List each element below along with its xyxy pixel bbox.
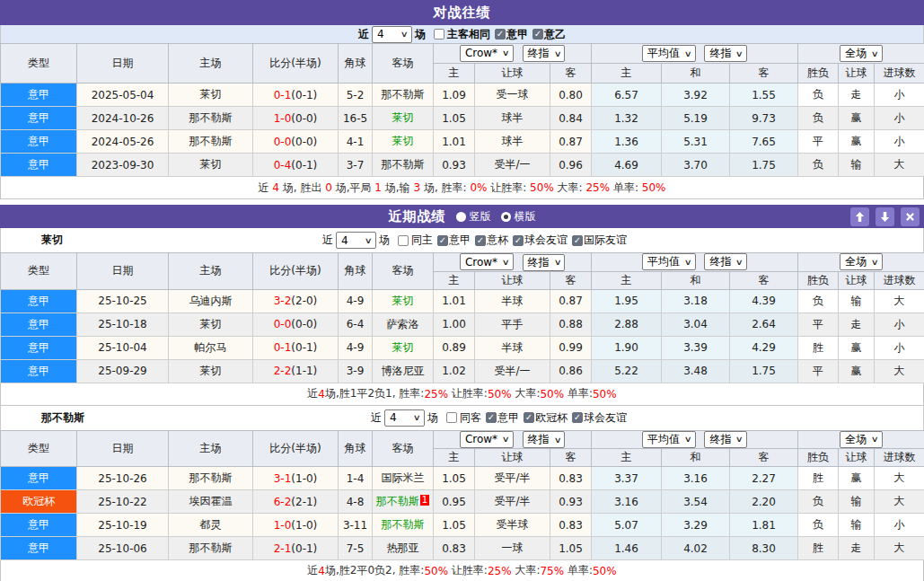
move-down-button[interactable] [876,207,894,226]
score: 0-1(0-1) [253,336,339,359]
same-away-checkbox[interactable]: 同客 [446,410,481,426]
odds-source-select[interactable]: Crow*∨ [460,45,514,62]
home-team: 那不勒斯 [169,107,253,130]
avg-draw: 3.48 [662,359,730,383]
avg-source-select[interactable]: 平均值∨ [642,253,696,270]
result-winloss: 胜 [798,467,839,490]
odds-group-header: Crow*∨ 终指∨ [434,44,592,64]
checkbox-checked-icon: ✓ [532,29,543,40]
result-group-header: 全场∨ [798,430,924,449]
avg-draw: 3.04 [662,313,730,336]
league-badge: 意甲 [1,107,77,130]
checkbox-label: 主客相同 [447,27,490,42]
avg-stage-select[interactable]: 终指∨ [704,431,747,448]
corner-score: 7-5 [339,537,373,560]
odds-source-select[interactable]: Crow*∨ [460,431,514,448]
avg-stage-select[interactable]: 终指∨ [704,253,747,270]
scope-select[interactable]: 全场∨ [840,431,883,448]
away-team: 莱切 [373,130,434,154]
avg-home: 5.22 [592,359,662,383]
summary-segment: 4 [272,181,279,194]
col-odds-home: 主 [434,271,475,289]
summary-segment: 近 [307,386,318,401]
league-checkbox-coppa-italia[interactable]: ✓意杯 [475,233,508,248]
odds-source-value: Crow* [465,256,497,268]
result-goals: 大 [875,490,924,514]
league-checkbox-club-friendly[interactable]: ✓球会友谊 [572,410,627,426]
result-goals: 大 [875,359,924,383]
odds-stage-select[interactable]: 终指∨ [523,45,566,62]
col-odds-away: 客 [550,64,592,84]
match-row: 意甲2024-10-26那不勒斯1-0(0-0)16-5莱切1.05球半0.84… [1,107,924,130]
avg-source-select[interactable]: 平均值∨ [642,45,696,62]
avg-source-select[interactable]: 平均值∨ [642,431,696,448]
avg-source-value: 平均值 [647,432,680,447]
avg-draw: 5.19 [662,107,730,130]
odds-away: 0.83 [550,467,592,490]
avg-group-header: 平均值∨ 终指∨ [592,430,798,449]
halftime-score: (0-1) [291,89,317,101]
vertical-layout-radio[interactable]: 竖版 [456,209,491,224]
match-count-select[interactable]: 4∨ [336,232,376,249]
col-score: 比分(半场) [253,44,339,84]
league-checkbox-champions-league[interactable]: ✓欧冠杯 [524,410,568,426]
col-corner: 角球 [339,44,373,84]
odds-stage-select[interactable]: 终指∨ [523,431,566,448]
league-checkbox-serie-a[interactable]: ✓意甲 [495,27,528,42]
match-row: 意甲25-10-19都灵1-0(1-0)3-11那不勒斯1.05受半球0.835… [1,514,924,537]
away-team: 国际米兰 [373,467,434,490]
col-avg-draw: 和 [662,64,730,84]
halftime-score: (0-1) [291,341,317,354]
avg-home: 1.32 [592,107,662,130]
home-team: 埃因霍温 [169,490,253,514]
fulltime-score: 0-1 [274,89,292,101]
fulltime-score: 0-4 [274,159,292,172]
odds-stage-select[interactable]: 终指∨ [523,254,566,271]
napoli-filter-bar: 近 4∨ 场 同客 ✓意甲 ✓欧冠杯 ✓球会友谊 [371,409,627,427]
avg-group-header: 平均值∨ 终指∨ [592,253,798,272]
col-avg-away: 客 [730,449,798,467]
scope-select[interactable]: 全场∨ [840,45,883,62]
away-team: 莱切 [373,336,434,359]
checkbox-unchecked-icon [398,235,409,246]
recent-header-bar: 近期战绩 竖版 横版 [0,205,924,228]
scope-select[interactable]: 全场∨ [840,253,883,270]
odds-away: 0.96 [550,154,592,177]
home-team: 那不勒斯 [169,130,253,154]
same-home-away-checkbox[interactable]: 主客相同 [434,27,490,42]
home-team: 乌迪内斯 [169,289,253,313]
league-badge: 意甲 [1,313,77,336]
result-winloss: 平 [798,313,839,336]
odds-source-select[interactable]: Crow*∨ [460,253,514,270]
avg-stage-select[interactable]: 终指∨ [704,45,747,62]
league-checkbox-intl-friendly[interactable]: ✓国际友谊 [572,233,627,248]
match-count-select[interactable]: 4∨ [372,26,412,43]
result-goals: 小 [875,313,924,336]
away-team-name: 热那亚 [387,541,419,554]
halftime-score: (2-1) [291,496,317,508]
match-count-value: 4 [390,411,397,424]
close-button[interactable] [901,207,920,226]
chevron-down-icon: ∨ [871,49,879,58]
odds-away: 0.86 [550,359,592,383]
checkbox-checked-icon: ✓ [486,412,497,423]
match-count-select[interactable]: 4∨ [384,409,425,427]
league-checkbox-serie-b[interactable]: ✓意乙 [532,27,566,42]
chevron-down-icon: ∨ [365,236,373,245]
horizontal-layout-radio[interactable]: 横版 [501,209,536,224]
home-team: 都灵 [169,514,253,537]
match-row: 意甲2025-05-04莱切0-1(0-1)5-2那不勒斯1.09受一球0.80… [1,84,924,107]
same-home-checkbox[interactable]: 同主 [398,233,433,248]
league-checkbox-serie-a[interactable]: ✓意甲 [486,410,519,426]
league-checkbox-serie-a[interactable]: ✓意甲 [437,233,471,248]
fulltime-score: 3-2 [274,295,292,307]
move-up-button[interactable] [850,207,869,226]
league-badge: 意甲 [1,130,77,154]
col-away: 客场 [373,253,434,290]
home-team: 那不勒斯 [169,467,253,490]
match-date: 2025-05-04 [77,84,169,107]
col-home: 主场 [169,253,253,290]
col-date: 日期 [77,44,169,84]
team-row-lecce: 莱切 近 4∨ 场 同主 ✓意甲 ✓意杯 ✓球会友谊 ✓国际友谊 [0,228,924,252]
league-checkbox-club-friendly[interactable]: ✓球会友谊 [513,233,568,248]
